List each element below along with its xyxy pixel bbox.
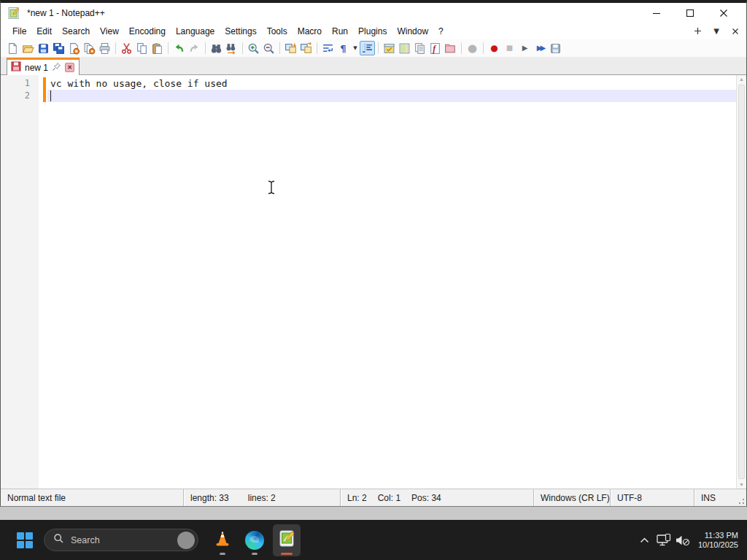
maximize-button[interactable]: [679, 5, 701, 21]
find-button[interactable]: [209, 41, 224, 55]
search-icon: [53, 533, 64, 547]
menu-run[interactable]: Run: [327, 24, 353, 39]
new-tab-button[interactable]: [689, 25, 705, 38]
folder-as-workspace-icon: [444, 42, 457, 55]
tray-clock[interactable]: 11:33 PM 10/10/2025: [698, 531, 738, 550]
status-ln: Ln: 2: [347, 493, 367, 503]
macro-save-button[interactable]: [548, 41, 563, 55]
show-all-characters-icon: ¶: [340, 44, 346, 53]
tray-chevron-up-icon[interactable]: [635, 529, 654, 551]
pin-tab-icon[interactable]: [52, 61, 61, 74]
menu-view[interactable]: View: [95, 24, 124, 39]
replace-button[interactable]: [224, 41, 239, 55]
document-list-button[interactable]: [412, 41, 427, 55]
vertical-scrollbar[interactable]: ▲ ▼: [736, 75, 746, 489]
text-lines[interactable]: vc with no usage, close if used: [50, 77, 735, 102]
monitoring-button[interactable]: ●: [465, 41, 480, 55]
status-cursor-position: Ln: 2 Col: 1 Pos: 34: [340, 489, 533, 506]
search-placeholder: Search: [71, 535, 177, 545]
function-list-button[interactable]: f: [427, 41, 443, 55]
menu-language[interactable]: Language: [171, 24, 220, 39]
menubar: FileEditSearchViewEncodingLanguageSettin…: [1, 23, 746, 39]
sync-vertical-scrolling-button[interactable]: [283, 41, 298, 55]
taskbar-edge-button[interactable]: [241, 524, 268, 556]
new-file-button[interactable]: [5, 41, 20, 55]
macro-stop-button[interactable]: ■: [502, 41, 517, 55]
menu-tools[interactable]: Tools: [262, 24, 293, 39]
macro-run-multiple-icon: ▶▶: [537, 44, 543, 52]
close-tab-button[interactable]: [727, 25, 743, 38]
macro-playback-button[interactable]: ▶: [517, 41, 533, 55]
cut-button[interactable]: [119, 41, 134, 55]
show-all-characters-button[interactable]: ¶: [336, 41, 351, 55]
undo-icon: [173, 42, 185, 55]
define-language-button[interactable]: [382, 41, 397, 55]
start-button[interactable]: [10, 526, 39, 555]
menu-window[interactable]: Window: [392, 24, 433, 39]
sync-horizontal-scrolling-icon: [300, 42, 312, 55]
show-all-characters-dropdown-icon: ▼: [353, 46, 357, 51]
save-all-icon: [53, 42, 65, 55]
close-all-button[interactable]: [82, 41, 97, 55]
close-file-button[interactable]: [66, 41, 82, 55]
menu-help[interactable]: ?: [433, 24, 449, 39]
search-highlight-icon[interactable]: [177, 532, 195, 549]
word-wrap-button[interactable]: [320, 41, 336, 55]
paste-button[interactable]: [150, 41, 165, 55]
macro-record-button[interactable]: ●: [487, 41, 502, 55]
document-map-button[interactable]: [397, 41, 412, 55]
clock-date: 10/10/2025: [698, 540, 738, 550]
menu-macro[interactable]: Macro: [293, 24, 327, 39]
taskbar-search-box[interactable]: Search: [44, 529, 198, 551]
notepad-plus-plus-active-indicator: [281, 553, 293, 555]
menu-encoding[interactable]: Encoding: [124, 24, 171, 39]
find-icon: [210, 42, 222, 55]
show-all-characters-dropdown-button[interactable]: ▼: [351, 41, 360, 55]
statusbar: Normal text file length: 33 lines: 2 Ln:…: [1, 489, 746, 506]
notepad-plus-plus-icon: [7, 7, 20, 20]
resize-grip[interactable]: [735, 489, 746, 506]
sync-vertical-scrolling-icon: [285, 42, 297, 55]
save-file-button[interactable]: [36, 41, 51, 55]
folder-as-workspace-button[interactable]: [443, 41, 458, 55]
menu-file[interactable]: File: [7, 24, 31, 39]
zoom-out-button[interactable]: [261, 41, 276, 55]
toolbar-separator: [168, 42, 169, 54]
document-map-icon: [398, 42, 411, 55]
scroll-up-icon[interactable]: ▲: [737, 77, 746, 82]
menu-edit[interactable]: Edit: [31, 24, 57, 39]
print-button[interactable]: [97, 41, 112, 55]
taskbar-notepad-plus-plus-button[interactable]: [273, 524, 301, 556]
menu-plugins[interactable]: Plugins: [353, 24, 392, 39]
copy-button[interactable]: [134, 41, 150, 55]
save-all-button[interactable]: [51, 41, 66, 55]
define-language-icon: [383, 42, 395, 55]
open-file-icon: [22, 42, 34, 55]
tray-display-device-icon[interactable]: [654, 529, 673, 551]
status-eol-format: Windows (CR LF): [533, 489, 610, 506]
tab-new-1[interactable]: new 1 ✕: [7, 58, 80, 75]
menu-settings[interactable]: Settings: [220, 24, 261, 39]
tab-close-icon[interactable]: ✕: [65, 63, 74, 72]
macro-run-multiple-button[interactable]: ▶▶: [533, 41, 548, 55]
status-doc-type: Normal text file: [1, 489, 183, 506]
minimize-button[interactable]: [646, 5, 667, 21]
menu-search[interactable]: Search: [57, 24, 95, 39]
system-tray: 11:33 PM 10/10/2025: [635, 529, 747, 551]
indent-guide-button[interactable]: [360, 41, 375, 55]
taskbar-vlc-button[interactable]: [209, 524, 236, 556]
scrollbar-thumb[interactable]: [738, 85, 745, 479]
tab-list-dropdown-icon[interactable]: ▼: [708, 25, 724, 38]
scroll-down-icon[interactable]: ▼: [737, 482, 746, 487]
editor-area[interactable]: 12 vc with no usage, close if used ▲ ▼: [1, 75, 746, 489]
toolbar: ¶▼f●●■▶▶▶: [1, 39, 746, 57]
open-file-button[interactable]: [20, 41, 36, 55]
undo-button[interactable]: [171, 41, 187, 55]
sync-horizontal-scrolling-button[interactable]: [298, 41, 314, 55]
zoom-in-button[interactable]: [246, 41, 261, 55]
close-button[interactable]: [713, 5, 735, 21]
editor-line-text[interactable]: [50, 90, 735, 102]
tray-volume-muted-icon[interactable]: [673, 529, 692, 551]
editor-line-text[interactable]: vc with no usage, close if used: [50, 77, 735, 90]
redo-button[interactable]: [187, 41, 202, 55]
